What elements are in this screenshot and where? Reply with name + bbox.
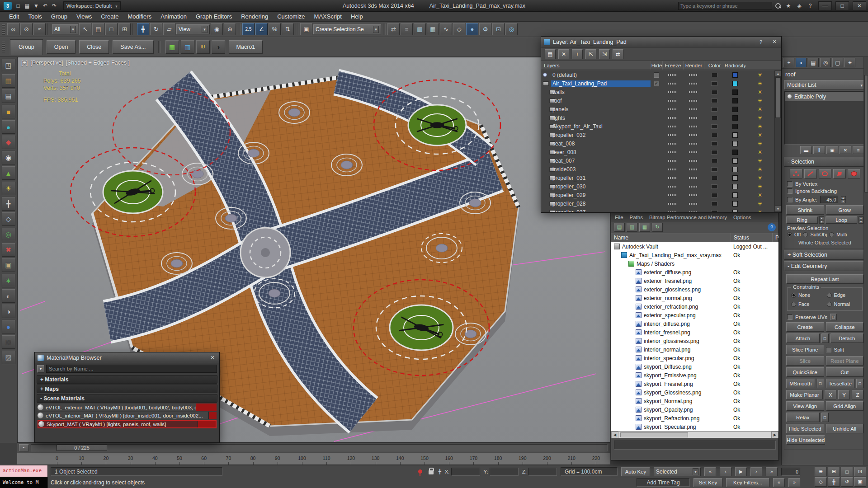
pan-icon[interactable]: ╋ bbox=[828, 477, 840, 487]
render-toggle[interactable] bbox=[711, 133, 717, 137]
chevron-down-icon[interactable]: ▾ bbox=[37, 365, 44, 373]
asset-row[interactable]: skyport_Opacity.pngOk bbox=[611, 405, 778, 414]
close-icon[interactable]: ✕ bbox=[208, 354, 217, 361]
menu-edit[interactable]: Edit bbox=[5, 12, 24, 21]
render-toggle[interactable] bbox=[711, 141, 717, 146]
layer-name[interactable]: propeller_029 bbox=[551, 192, 651, 198]
toolbar-grip[interactable] bbox=[2, 42, 5, 52]
by-angle-spinner[interactable]: ▲▼ bbox=[841, 196, 846, 203]
zoom-extents-all-icon[interactable]: ⊡ bbox=[854, 467, 866, 476]
key-filters-button[interactable]: Key Filters... bbox=[726, 478, 769, 487]
hide-toggle[interactable] bbox=[668, 108, 677, 110]
layer-name[interactable]: walls bbox=[551, 89, 651, 95]
asset-row[interactable]: skyport_Specular.pngOk bbox=[611, 422, 778, 431]
layer-row[interactable]: seat_008 bbox=[541, 139, 774, 148]
reset-plane-button[interactable]: Reset Plane bbox=[826, 356, 864, 366]
by-angle-checkbox[interactable] bbox=[787, 197, 793, 202]
select-and-rotate[interactable]: ↻ bbox=[150, 23, 162, 35]
previous-frame-button[interactable]: ‹ bbox=[720, 467, 731, 476]
layer-row[interactable]: 0 (default) bbox=[541, 70, 774, 79]
scroll-left-icon[interactable]: ◀ bbox=[611, 432, 618, 438]
layer-name[interactable]: propeller_028 bbox=[551, 201, 651, 207]
select-and-scale[interactable]: ▱ bbox=[163, 23, 175, 35]
layer-row[interactable]: Air_Taxi_Landing_Pad bbox=[541, 79, 774, 88]
view-align-button[interactable]: View Align bbox=[786, 401, 824, 411]
preview-multi-radio[interactable] bbox=[829, 232, 834, 237]
layer-name[interactable]: inside003 bbox=[551, 166, 651, 173]
help-icon[interactable]: ? bbox=[806, 1, 815, 10]
asset-row[interactable]: interior_specular.pngOk bbox=[611, 354, 778, 362]
material-search-input[interactable] bbox=[46, 365, 217, 373]
toggle-ribbon[interactable]: ▦ bbox=[427, 23, 439, 35]
menu-graph-editors[interactable]: Graph Editors bbox=[191, 12, 236, 21]
auto-key-button[interactable]: Auto Key bbox=[621, 467, 650, 476]
freeze-toggle[interactable] bbox=[689, 74, 698, 76]
menu-customize[interactable]: Customize bbox=[273, 12, 309, 21]
layer-color-swatch[interactable] bbox=[732, 150, 738, 155]
ats-menu-paths[interactable]: Paths bbox=[630, 215, 643, 220]
select-and-manipulate[interactable]: ⊕ bbox=[224, 23, 236, 35]
hide-toggle[interactable] bbox=[668, 91, 677, 93]
layer-color-swatch[interactable] bbox=[732, 141, 738, 146]
show-end-result-icon[interactable]: ‖ bbox=[813, 146, 825, 154]
open-group-button[interactable]: Open bbox=[47, 40, 76, 54]
hide-toggle[interactable] bbox=[668, 160, 677, 162]
layer-row[interactable]: panels bbox=[541, 105, 774, 113]
select-and-move[interactable]: ╋ bbox=[137, 23, 149, 35]
scrollbar-thumb[interactable] bbox=[620, 432, 688, 437]
radiosity-icon[interactable] bbox=[758, 141, 763, 147]
zoom-extents-icon[interactable]: □ bbox=[841, 467, 853, 476]
toggle-scene-explorer[interactable]: ▥ bbox=[414, 23, 426, 35]
bind-to-space-warp[interactable]: ≈ bbox=[33, 23, 46, 35]
unlink-selection[interactable]: ⊘ bbox=[20, 23, 33, 35]
radiosity-icon[interactable] bbox=[758, 209, 763, 212]
freeze-toggle[interactable] bbox=[689, 108, 698, 110]
attach-button[interactable]: Attach bbox=[786, 333, 820, 343]
layer-row[interactable]: propeller_031 bbox=[541, 174, 774, 182]
hide-toggle[interactable] bbox=[668, 203, 677, 205]
left-toolbar-button-20[interactable]: ▨ bbox=[2, 351, 15, 364]
repeat-last-button[interactable]: Repeat Last bbox=[786, 274, 863, 284]
asset-row[interactable]: skyport_Glossiness.pngOk bbox=[611, 388, 778, 397]
close-button[interactable]: ✕ bbox=[853, 1, 866, 10]
current-layer-checkbox[interactable] bbox=[654, 81, 659, 86]
left-toolbar-button-13[interactable]: ✖ bbox=[2, 243, 15, 257]
asset-row[interactable]: interior_normal.pngOk bbox=[611, 345, 778, 354]
render-toggle[interactable] bbox=[711, 99, 717, 103]
curve-editor[interactable]: ∿ bbox=[440, 23, 452, 35]
remove-modifier-icon[interactable]: ✕ bbox=[840, 146, 851, 154]
spinner-snap-toggle[interactable]: ⇅ bbox=[282, 23, 294, 35]
preserve-uvs-settings-button[interactable]: □ bbox=[830, 314, 837, 320]
layer-name[interactable]: seat_007 bbox=[551, 158, 651, 164]
render-toggle[interactable] bbox=[711, 90, 717, 94]
radiosity-icon[interactable] bbox=[758, 175, 763, 181]
schematic-view[interactable]: ◇ bbox=[453, 23, 465, 35]
layer-color-swatch[interactable] bbox=[732, 167, 738, 172]
reference-coordinate-system[interactable]: View bbox=[176, 24, 210, 34]
asset-row[interactable]: skyport_Fresnel.pngOk bbox=[611, 380, 778, 388]
freeze-toggle[interactable] bbox=[689, 203, 698, 205]
previous-key-button[interactable]: « bbox=[773, 478, 785, 487]
time-slider-thumb[interactable]: 0 / 225 bbox=[57, 445, 107, 451]
freeze-toggle[interactable] bbox=[689, 83, 698, 84]
freeze-toggle[interactable] bbox=[689, 117, 698, 119]
layer-column-layers[interactable]: Layers bbox=[541, 61, 651, 70]
hide-toggle[interactable] bbox=[668, 151, 677, 153]
msmooth-settings-button[interactable]: □ bbox=[817, 379, 824, 388]
asset-row[interactable]: exterior_glossiness.pngOk bbox=[611, 285, 778, 294]
layer-color-swatch[interactable] bbox=[732, 115, 738, 121]
layer-name[interactable]: seat_008 bbox=[551, 141, 651, 147]
left-toolbar-button-6[interactable]: ◆ bbox=[2, 136, 15, 149]
left-toolbar-button-18[interactable]: ● bbox=[2, 320, 15, 333]
left-toolbar-button-19[interactable]: ▩ bbox=[2, 335, 15, 349]
layer-row[interactable]: propeller_029 bbox=[541, 191, 774, 199]
layer-color-swatch[interactable] bbox=[732, 81, 738, 86]
render-production[interactable]: ◎ bbox=[505, 23, 518, 35]
left-toolbar-button-4[interactable]: ■ bbox=[2, 105, 15, 118]
layer-name[interactable]: Skyport_for_Air_Taxi bbox=[551, 123, 651, 130]
layer-grid-icon[interactable]: ▥ bbox=[181, 40, 194, 54]
listener-output-line[interactable]: Welcome to M bbox=[0, 477, 47, 488]
render-setup[interactable]: ⚙ bbox=[479, 23, 491, 35]
next-key-button[interactable]: » bbox=[788, 478, 800, 487]
asset-row[interactable]: exterior_diffuse.pngOk bbox=[611, 268, 778, 277]
